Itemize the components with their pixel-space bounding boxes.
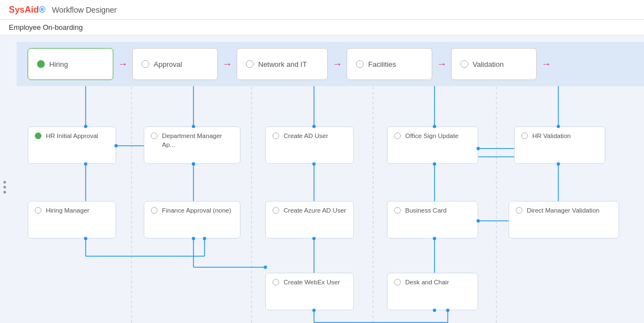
dot-3 <box>3 190 6 193</box>
page-title: Employee On-boarding <box>0 20 644 35</box>
task-hr-validation[interactable]: HR Validation <box>514 126 605 164</box>
app-logo: SysAid® <box>9 5 45 15</box>
task-dept-manager[interactable]: Department Manager Ap... <box>144 126 240 164</box>
phase-approval-label: Approval <box>154 60 182 68</box>
task-dept-manager-icon <box>151 133 158 139</box>
workflow-canvas: Hiring → Approval → Network and IT → Fac… <box>0 35 644 323</box>
task-desk-chair-icon <box>394 279 401 285</box>
phase-arrow-end: → <box>541 59 551 70</box>
phase-network-label: Network and IT <box>258 60 307 68</box>
task-create-ad[interactable]: Create AD User <box>265 126 354 164</box>
task-direct-manager-label: Direct Manager Validation <box>527 206 599 215</box>
dot-1 <box>3 181 6 183</box>
task-create-ad-icon <box>273 133 279 139</box>
task-business-card-icon <box>394 207 401 214</box>
phase-network[interactable]: Network and IT <box>237 48 328 80</box>
logo-sys: Sys <box>9 5 24 14</box>
task-hr-initial[interactable]: HR Initial Approval <box>28 126 116 164</box>
phase-network-icon <box>246 60 254 68</box>
task-business-card[interactable]: Business Card <box>387 201 478 239</box>
task-hr-initial-icon <box>35 133 41 139</box>
task-create-azure-icon <box>273 207 279 214</box>
phase-arrow-4: → <box>437 59 447 70</box>
task-create-azure-label: Create Azure AD User <box>284 206 346 215</box>
task-finance-approval[interactable]: Finance Approval (none) <box>144 201 240 239</box>
task-finance-approval-icon <box>151 207 158 214</box>
task-create-azure[interactable]: Create Azure AD User <box>265 201 354 239</box>
task-desk-chair-label: Desk and Chair <box>405 278 449 287</box>
task-hr-initial-label: HR Initial Approval <box>46 131 98 140</box>
phase-hiring-label: Hiring <box>49 60 68 68</box>
task-office-sign-label: Office Sign Update <box>405 131 458 140</box>
phase-row: Hiring → Approval → Network and IT → Fac… <box>17 42 644 86</box>
app-title: Workflow Designer <box>52 6 117 14</box>
phase-facilities-label: Facilities <box>368 60 396 68</box>
phase-approval-icon <box>142 60 149 68</box>
task-direct-manager-icon <box>516 207 522 214</box>
task-hiring-manager[interactable]: Hiring Manager <box>28 201 116 239</box>
task-hiring-manager-label: Hiring Manager <box>46 206 90 215</box>
task-hiring-manager-icon <box>35 207 41 214</box>
phase-hiring-icon <box>37 60 45 68</box>
svg-point-20 <box>264 266 267 269</box>
task-business-card-label: Business Card <box>405 206 447 215</box>
task-create-webex-icon <box>273 279 279 285</box>
task-create-webex[interactable]: Create WebEx User <box>265 273 354 310</box>
header: SysAid® Workflow Designer <box>0 0 644 20</box>
task-create-webex-label: Create WebEx User <box>284 278 340 287</box>
task-direct-manager[interactable]: Direct Manager Validation <box>509 201 619 239</box>
phase-validation[interactable]: Validation <box>451 48 537 80</box>
left-dots <box>3 181 6 193</box>
dot-2 <box>3 186 6 188</box>
phase-validation-icon <box>460 60 468 68</box>
task-office-sign-icon <box>394 133 401 139</box>
phase-facilities-icon <box>356 60 364 68</box>
task-hr-validation-icon <box>521 133 528 139</box>
phase-hiring[interactable]: Hiring <box>28 48 113 80</box>
task-hr-validation-label: HR Validation <box>532 131 570 140</box>
phase-arrow-2: → <box>222 59 232 70</box>
task-desk-chair[interactable]: Desk and Chair <box>387 273 478 310</box>
task-office-sign[interactable]: Office Sign Update <box>387 126 478 164</box>
task-finance-approval-label: Finance Approval (none) <box>162 206 231 215</box>
task-dept-manager-label: Department Manager Ap... <box>162 131 233 149</box>
phase-approval[interactable]: Approval <box>132 48 218 80</box>
task-create-ad-label: Create AD User <box>284 131 328 140</box>
phase-arrow-1: → <box>118 59 128 70</box>
logo-aid: Aid <box>24 5 39 14</box>
phase-facilities[interactable]: Facilities <box>347 48 432 80</box>
phase-validation-label: Validation <box>473 60 504 68</box>
phase-arrow-3: → <box>332 59 342 70</box>
